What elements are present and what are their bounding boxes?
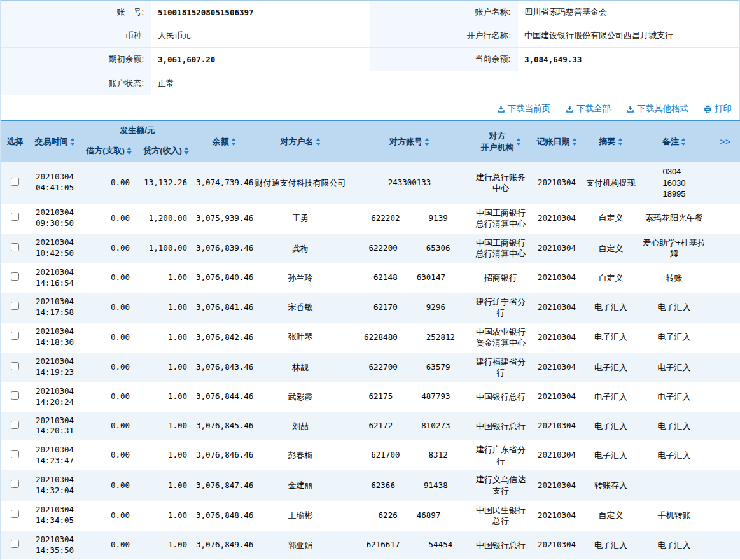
row-checkbox[interactable]	[11, 213, 19, 221]
label-text: 账户名称:	[475, 6, 510, 18]
row-checkbox[interactable]	[11, 450, 19, 458]
sort-icon[interactable]	[618, 138, 623, 146]
cell-note: 电子汇入	[638, 382, 710, 412]
cell-balance: 3,076,840.46	[195, 263, 253, 293]
sort-icon[interactable]	[572, 138, 577, 146]
sort-icon[interactable]	[316, 138, 321, 146]
cell-debit: 0.00	[80, 293, 137, 323]
col-label: 对方账号	[389, 136, 422, 148]
col-select: 选择	[1, 120, 29, 162]
account-info-section: 账 号: 51001815208051506397 账户名称: 四川省索玛慈善基…	[1, 0, 739, 95]
sort-icon[interactable]	[424, 138, 429, 146]
col-label: 摘要	[599, 136, 616, 148]
row-checkbox[interactable]	[11, 480, 19, 488]
row-checkbox[interactable]	[11, 178, 19, 186]
value-text: 3,084,649.33	[524, 55, 582, 64]
row-checkbox[interactable]	[11, 421, 19, 429]
cell-more	[710, 234, 740, 263]
cell-counterparty-name: 刘喆	[253, 412, 347, 441]
col-post-date: 记账日期	[530, 120, 583, 162]
table-row: 20210304 14:23:47 0.00 1.00 3,076,846.46…	[1, 440, 740, 470]
sort-icon[interactable]	[681, 138, 686, 146]
toolbar-top: 下载当前页 下载全部 下载其他格式 打印	[1, 95, 739, 120]
cell-credit: 13,132.26	[137, 162, 195, 204]
cell-balance: 3,074,739.46	[195, 162, 253, 204]
cell-counterparty-account: 6226 46897	[347, 501, 471, 531]
cell-select	[1, 440, 29, 470]
sort-icon[interactable]	[516, 138, 521, 146]
sort-icon[interactable]	[231, 138, 236, 146]
cell-counterparty-bank: 中国农业银行资金清算中心	[471, 323, 530, 353]
sort-icon[interactable]	[70, 138, 75, 146]
row-checkbox[interactable]	[11, 540, 19, 548]
row-checkbox[interactable]	[11, 302, 19, 310]
cell-summary: 电子汇入	[583, 382, 638, 412]
cell-counterparty-bank: 中国银行总行	[471, 382, 530, 412]
cell-summary: 电子汇入	[583, 353, 638, 382]
more-columns-button[interactable]: >>	[710, 120, 740, 162]
current-balance-label: 当前余额:	[370, 48, 518, 71]
cell-counterparty-account: 622700 63579	[347, 353, 471, 382]
table-row: 20210304 14:18:30 0.00 1.00 3,076,842.46…	[1, 323, 740, 353]
cell-debit: 0.00	[80, 263, 137, 293]
sort-icon[interactable]	[127, 147, 132, 155]
link-label: 下载全部	[576, 103, 611, 115]
cell-credit: 1,200.00	[137, 204, 195, 234]
account-number-label: 账 号:	[1, 1, 151, 24]
cell-balance: 3,076,839.46	[195, 234, 253, 263]
table-row: 20210304 14:20:24 0.00 1.00 3,076,844.46…	[1, 382, 740, 412]
cell-balance: 3,076,848.46	[195, 501, 253, 531]
label-text: 当前余额:	[475, 53, 510, 65]
cell-post-date: 20210304	[530, 382, 583, 412]
download-other-format-button[interactable]: 下载其他格式	[626, 103, 688, 115]
row-checkbox[interactable]	[11, 332, 19, 340]
row-checkbox[interactable]	[11, 243, 19, 251]
cell-note: 转账	[638, 263, 710, 293]
col-label: 备注	[662, 136, 679, 148]
cell-debit: 0.00	[80, 353, 137, 382]
col-note: 备注	[638, 120, 710, 162]
col-summary: 摘要	[583, 120, 638, 162]
row-checkbox[interactable]	[11, 510, 19, 518]
col-label: 对方 开户机构	[481, 130, 514, 153]
cell-counterparty-account: 62148 630147	[347, 263, 471, 293]
cell-note: 电子汇入	[638, 440, 710, 470]
cell-more	[710, 162, 740, 204]
cell-counterparty-name: 张叶琴	[253, 323, 347, 353]
cell-more	[710, 440, 740, 470]
download-current-page-button[interactable]: 下载当前页	[497, 103, 551, 115]
cell-transaction-time: 20210304 14:35:50	[29, 531, 80, 560]
cell-more	[710, 204, 740, 234]
sort-icon[interactable]	[184, 147, 189, 155]
table-row: 20210304 14:17:58 0.00 1.00 3,076,841.46…	[1, 293, 740, 323]
cell-transaction-time: 20210304 14:23:47	[29, 440, 80, 470]
cell-summary: 电子汇入	[583, 293, 638, 323]
table-row: 20210304 14:16:54 0.00 1.00 3,076,840.46…	[1, 263, 740, 293]
account-status-label: 账户状态:	[1, 71, 151, 95]
row-checkbox[interactable]	[11, 391, 19, 400]
cell-post-date: 20210304	[530, 204, 583, 234]
print-button[interactable]: 打印	[704, 103, 732, 115]
cell-debit: 0.00	[80, 440, 137, 470]
cell-more	[710, 323, 740, 353]
empty-cell	[518, 71, 739, 95]
cell-note	[638, 470, 710, 500]
cell-summary: 电子汇入	[583, 323, 638, 353]
table-row: 20210304 10:42:50 0.00 1,100.00 3,076,83…	[1, 234, 740, 263]
account-number-value: 51001815208051506397	[151, 1, 370, 24]
opening-bank-label: 开户行名称:	[370, 24, 518, 48]
cell-transaction-time: 20210304 14:18:30	[29, 323, 80, 353]
col-counterparty-name: 对方户名	[253, 120, 347, 162]
currency-value: 人民币元	[151, 24, 370, 48]
cell-transaction-time: 20210304 10:42:50	[29, 234, 80, 263]
col-transaction-time: 交易时间	[29, 120, 80, 162]
col-counterparty-account: 对方账号	[347, 120, 471, 162]
table-row: 20210304 04:41:05 0.00 13,132.26 3,074,7…	[1, 162, 740, 204]
col-label: 选择	[7, 137, 24, 146]
cell-summary: 自定义	[583, 234, 638, 263]
row-checkbox[interactable]	[11, 272, 19, 281]
row-checkbox[interactable]	[11, 362, 19, 370]
cell-counterparty-bank: 招商银行	[471, 263, 530, 293]
download-all-button[interactable]: 下载全部	[566, 103, 611, 115]
cell-counterparty-name: 王瑜彬	[253, 501, 347, 531]
